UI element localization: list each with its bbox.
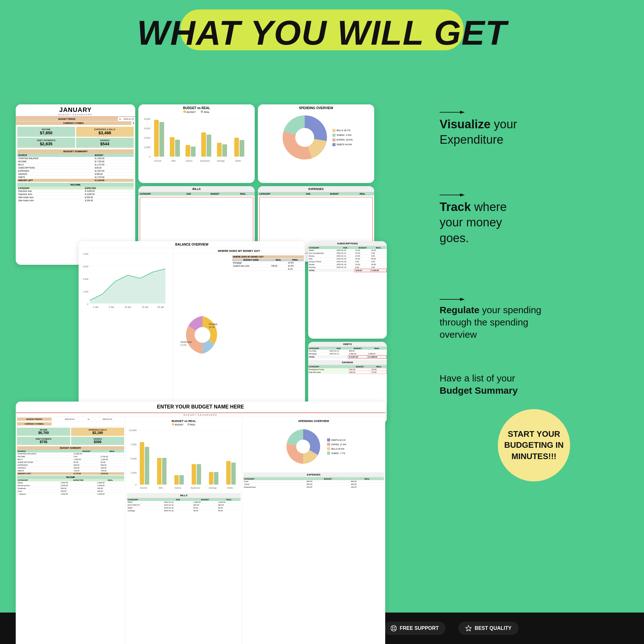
svg-text:1,000: 1,000 xyxy=(83,291,88,293)
expenses-value: $3,498 xyxy=(78,130,132,135)
table-row: STARTING BALANCE xyxy=(17,157,94,160)
free-support-label: FREE SUPPORT xyxy=(400,625,439,631)
bills-title: BILLS xyxy=(138,186,255,192)
eb-savings-value: $300 xyxy=(72,440,123,444)
best-quality-label: BEST QUALITY xyxy=(475,625,511,631)
have-normal: Have a list of your xyxy=(440,373,515,383)
svg-rect-14 xyxy=(186,145,190,157)
income-value: $7,850 xyxy=(19,130,74,135)
svg-text:4,000: 4,000 xyxy=(144,136,151,139)
svg-text:9 Jan: 9 Jan xyxy=(109,306,114,308)
income-section-label: INCOME xyxy=(17,183,134,187)
svg-text:2,500: 2,500 xyxy=(130,471,137,474)
arrow-right-icon-2 xyxy=(440,192,465,198)
eb-currency-label: CURRENCY SYMBOL xyxy=(17,422,52,425)
enter-budget-card: ENTER YOUR BUDGET NAME HERE BUDGET DASHB… xyxy=(16,402,385,644)
svg-rect-10 xyxy=(154,120,159,157)
arrow-right-icon xyxy=(440,109,465,115)
eb-period-label: BUDGET PERIOD xyxy=(17,418,52,421)
balance-title: BALANCE OVERVIEW xyxy=(79,241,305,248)
free-support-badge[interactable]: FREE SUPPORT xyxy=(383,622,446,635)
svg-rect-70 xyxy=(231,463,236,485)
svg-rect-63 xyxy=(175,475,179,485)
svg-rect-21 xyxy=(240,140,244,157)
spending-bottom-title: SPENDING OVERVIEW xyxy=(243,418,384,423)
svg-text:Income: Income xyxy=(154,160,162,162)
svg-text:3,000: 3,000 xyxy=(83,278,88,280)
eb-income-value: $6,700 xyxy=(18,431,69,435)
svg-text:6,000: 6,000 xyxy=(144,127,151,130)
annotation-visualize: Visualize yourExpenditure xyxy=(440,100,628,173)
period-label: BUDGET PERIOD xyxy=(16,117,118,121)
annotation-regulate: Regulate your spendingthrough the spendi… xyxy=(440,296,628,353)
quality-icon xyxy=(465,625,472,632)
debts-title: DEBTS xyxy=(308,342,387,347)
bvr-bottom-chart: 10,000 7,500 5,000 2,500 0 xyxy=(127,426,241,489)
eb-expenses-value: $2,190 xyxy=(72,431,123,435)
arrow-right-icon-3 xyxy=(440,296,465,303)
annotation-track: Track whereyour moneygoes. xyxy=(440,192,628,271)
svg-rect-12 xyxy=(170,137,175,157)
bvr-bottom-budget: BUDGET xyxy=(175,424,183,426)
expenses-label: EXPENSES & BILLS xyxy=(78,128,132,130)
spending-bottom-pie xyxy=(281,425,325,469)
svg-rect-15 xyxy=(191,147,196,157)
annotation-have: Have a list of your Budget Summary xyxy=(440,372,628,403)
svg-text:Subscr.: Subscr. xyxy=(186,160,193,162)
currency-label: CURRENCY SYMBOL xyxy=(16,121,131,125)
svg-text:Debts: Debts xyxy=(235,160,241,162)
svg-text:0: 0 xyxy=(135,483,137,486)
svg-text:30 Jan: 30 Jan xyxy=(158,306,164,308)
svg-text:18.7%: 18.7% xyxy=(209,326,215,328)
svg-rect-17 xyxy=(207,135,211,157)
spending-overview-top-card: SPENDING OVERVIEW BILLS 18.7% SUBSC. 2.9… xyxy=(258,104,374,183)
period-value: 2024-01-31 xyxy=(122,117,135,121)
money-go-donut: Mortgage 18.7% Student loan 17.1% xyxy=(177,307,228,369)
svg-rect-60 xyxy=(145,447,149,485)
budget-summary-label: BUDGET SUMMARY xyxy=(17,149,134,153)
svg-text:0: 0 xyxy=(149,155,151,158)
eb-debt-value: $735 xyxy=(18,440,69,444)
svg-text:Student loan: Student loan xyxy=(180,341,192,343)
svg-point-44 xyxy=(195,327,210,343)
svg-text:Income: Income xyxy=(140,487,147,489)
svg-text:Savings: Savings xyxy=(209,487,217,489)
svg-rect-68 xyxy=(214,472,219,485)
svg-line-94 xyxy=(395,629,396,630)
period-to: to xyxy=(118,117,122,121)
svg-rect-59 xyxy=(140,442,144,485)
cta-circle: START YOUR BUDGETING IN MINUTES!!! xyxy=(498,409,570,481)
svg-text:8,000: 8,000 xyxy=(144,118,151,120)
page-title: WHAT YOU WILL GET xyxy=(0,13,644,53)
svg-rect-65 xyxy=(192,464,196,485)
best-quality-badge[interactable]: BEST QUALITY xyxy=(458,622,518,635)
eb-summary-title: BUDGET SUMMARY xyxy=(17,446,124,450)
currency-value: $ xyxy=(131,121,135,125)
svg-line-95 xyxy=(391,629,393,630)
expenses-title: EXPENSES xyxy=(258,186,374,192)
svg-marker-81 xyxy=(460,193,465,197)
savings-label: SAVINGS xyxy=(78,139,132,142)
svg-text:16 Jan: 16 Jan xyxy=(125,306,131,308)
eb-period-start: 2024-01-01 xyxy=(53,418,86,420)
svg-rect-64 xyxy=(180,475,184,485)
svg-text:Subscr.: Subscr. xyxy=(175,487,182,489)
budget-chart-title: BUDGET vs REAL xyxy=(138,104,255,110)
svg-rect-16 xyxy=(201,132,206,157)
svg-text:23 Jan: 23 Jan xyxy=(142,306,148,308)
svg-rect-13 xyxy=(175,140,180,157)
january-title: JANUARY xyxy=(17,106,134,114)
subscriptions-title: SUBSCRIPTIONS xyxy=(308,241,387,246)
visualize-bold: Visualize xyxy=(440,118,491,131)
svg-point-77 xyxy=(296,440,310,453)
cta-line1: START YOUR xyxy=(508,429,560,439)
balance-overview-card: BALANCE OVERVIEW 1,000 5,000 3,000 1,000… xyxy=(79,241,305,424)
svg-text:5,000: 5,000 xyxy=(83,265,88,268)
legend-budget: BUDGET xyxy=(186,111,196,113)
enter-budget-title: ENTER YOUR BUDGET NAME HERE xyxy=(16,402,385,413)
eb-period-end: 2024-01-31 xyxy=(91,418,124,420)
bvr-bottom-real: REAL xyxy=(190,424,196,426)
svg-text:17.1%: 17.1% xyxy=(180,344,186,346)
svg-text:Expenses: Expenses xyxy=(200,160,210,162)
svg-point-28 xyxy=(295,128,314,147)
